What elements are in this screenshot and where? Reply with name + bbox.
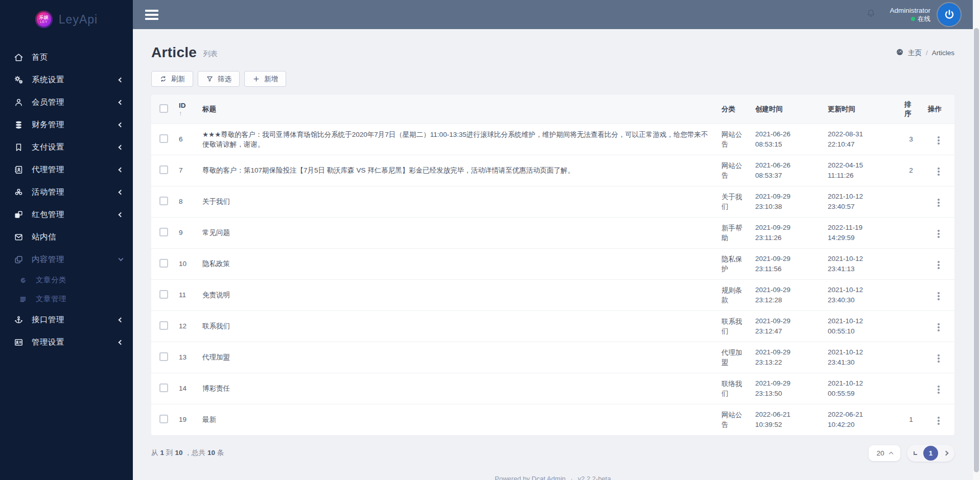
prev-page-icon[interactable] xyxy=(914,451,917,455)
row-checkbox[interactable] xyxy=(159,134,168,143)
sidebar-item[interactable]: 红包管理 xyxy=(0,203,133,226)
cell-created: 2021-06-26 08:53:37 xyxy=(755,160,803,181)
column-updated: 更新时间 xyxy=(823,95,899,124)
cell-created: 2021-09-29 23:12:28 xyxy=(755,285,803,305)
cell-id: 6 xyxy=(174,124,197,155)
sidebar-item-label: 首页 xyxy=(32,52,123,63)
sidebar-item-label: 财务管理 xyxy=(32,119,119,130)
row-actions-icon[interactable] xyxy=(935,228,943,240)
chevron-left-icon xyxy=(119,189,124,195)
sidebar-item[interactable]: 站内信 xyxy=(0,226,133,248)
sidebar-item[interactable]: 支付设置 xyxy=(0,136,133,158)
sidebar-item[interactable]: 管理设置 xyxy=(0,331,133,353)
row-actions-icon[interactable] xyxy=(935,134,943,147)
column-id[interactable]: ID ↑ xyxy=(174,95,197,124)
cell-title: 常见问题 xyxy=(202,228,711,237)
chevron-left-icon xyxy=(119,212,124,217)
row-checkbox[interactable] xyxy=(159,290,168,299)
cell-sort xyxy=(899,342,923,373)
sidebar-item[interactable]: 文章管理 xyxy=(0,290,133,308)
per-page-select[interactable]: 20 xyxy=(869,445,900,461)
sidebar-item-label: 接口管理 xyxy=(32,315,119,325)
cell-category: 联络我们 xyxy=(721,379,746,398)
cell-id: 12 xyxy=(174,310,197,342)
sidebar-item-label: 活动管理 xyxy=(32,187,119,198)
user-menu[interactable]: Administrator 在线 xyxy=(890,7,930,23)
sidebar-item[interactable]: 接口管理 xyxy=(0,308,133,331)
row-actions-icon[interactable] xyxy=(935,383,943,396)
row-checkbox[interactable] xyxy=(159,383,168,392)
current-page-button[interactable]: 1 xyxy=(923,446,938,461)
row-checkbox[interactable] xyxy=(159,259,168,268)
chevron-left-icon xyxy=(119,100,124,105)
column-sort: 排序 xyxy=(899,95,923,124)
column-category: 分类 xyxy=(716,95,750,124)
page-scrollbar[interactable] xyxy=(973,0,980,480)
brand[interactable]: 乐娱 LEY LeyApi xyxy=(0,0,133,39)
cell-sort: 2 xyxy=(899,155,923,186)
cell-sort: 3 xyxy=(899,124,923,155)
select-all-checkbox[interactable] xyxy=(159,104,168,113)
cell-category: 规则条款 xyxy=(721,285,746,305)
breadcrumb: 主页 / Articles xyxy=(896,48,954,61)
next-page-icon[interactable] xyxy=(944,450,949,455)
cell-created: 2021-09-29 23:11:26 xyxy=(755,223,803,243)
sidebar-item[interactable]: 财务管理 xyxy=(0,113,133,136)
cell-sort xyxy=(899,186,923,217)
sidebar-item-label: 站内信 xyxy=(32,232,123,243)
column-title: 标题 xyxy=(197,95,716,124)
filter-button[interactable]: 筛选 xyxy=(198,71,240,87)
scrollbar-thumb[interactable] xyxy=(974,28,979,472)
sidebar-item[interactable]: 文章分类 xyxy=(0,271,133,290)
row-checkbox[interactable] xyxy=(159,321,168,330)
cell-updated: 2022-04-15 11:11:26 xyxy=(828,160,876,181)
filter-label: 筛选 xyxy=(218,75,231,84)
row-checkbox[interactable] xyxy=(159,165,168,174)
table-row: 12 联系我们 联系我们 2021-09-29 23:12:47 2021-10… xyxy=(151,310,954,342)
cell-category: 关于我们 xyxy=(721,192,746,211)
row-actions-icon[interactable] xyxy=(935,415,943,427)
username: Administrator xyxy=(890,7,930,15)
chevron-left-icon xyxy=(119,340,124,345)
row-actions-icon[interactable] xyxy=(935,352,943,365)
database-icon xyxy=(13,119,24,130)
cell-updated: 2021-10-12 23:41:30 xyxy=(828,347,876,368)
notifications-bell-icon[interactable] xyxy=(866,8,876,21)
sidebar-item[interactable]: 活动管理 xyxy=(0,181,133,203)
powered-link[interactable]: Dcat Admin xyxy=(532,475,566,480)
cell-title: 最新 xyxy=(202,415,711,424)
row-actions-icon[interactable] xyxy=(935,321,943,333)
cell-sort xyxy=(899,248,923,279)
row-checkbox[interactable] xyxy=(159,352,168,361)
sidebar-item[interactable]: 首页 xyxy=(0,46,133,68)
sidebar-item[interactable]: 系统设置 xyxy=(0,68,133,91)
row-actions-icon[interactable] xyxy=(935,197,943,209)
cell-created: 2021-09-29 23:10:38 xyxy=(755,191,803,212)
pagination-summary: 从1到10，总共10条 xyxy=(151,448,224,458)
row-checkbox[interactable] xyxy=(159,415,168,423)
plus-icon xyxy=(252,75,260,83)
row-actions-icon[interactable] xyxy=(935,290,943,302)
sidebar-item-label: 管理设置 xyxy=(32,337,119,348)
page-head: Article 列表 主页 / Articles xyxy=(151,44,954,61)
cell-created: 2021-09-29 23:13:50 xyxy=(755,378,803,399)
sidebar-item[interactable]: 会员管理 xyxy=(0,91,133,113)
sidebar-item-label: 红包管理 xyxy=(32,209,119,220)
breadcrumb-home[interactable]: 主页 xyxy=(908,49,922,58)
online-status-dot xyxy=(911,17,915,21)
row-checkbox[interactable] xyxy=(159,197,168,205)
sort-asc-icon[interactable]: ↑ xyxy=(179,109,192,117)
chevron-left-icon xyxy=(119,317,124,322)
logout-power-button[interactable] xyxy=(938,3,961,26)
add-button[interactable]: 新增 xyxy=(244,71,286,87)
cell-title: 代理加盟 xyxy=(202,352,711,362)
sidebar-toggle-icon[interactable] xyxy=(145,10,158,20)
cell-title: 关于我们 xyxy=(202,197,711,206)
version-label: v2.2.2-beta xyxy=(578,475,611,480)
row-checkbox[interactable] xyxy=(159,228,168,236)
sidebar-item[interactable]: 代理管理 xyxy=(0,158,133,181)
sidebar-item[interactable]: 内容管理 xyxy=(0,248,133,271)
refresh-button[interactable]: 刷新 xyxy=(151,71,193,87)
row-actions-icon[interactable] xyxy=(935,259,943,271)
row-actions-icon[interactable] xyxy=(935,165,943,178)
